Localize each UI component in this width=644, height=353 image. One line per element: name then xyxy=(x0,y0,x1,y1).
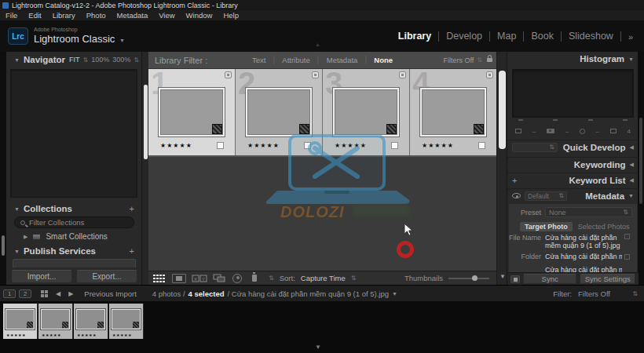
breadcrumb-dropdown-icon[interactable]: ▼ xyxy=(392,291,397,297)
autosync-switch-icon[interactable] xyxy=(510,275,520,283)
filmstrip-filter-dropdown[interactable]: Filters Off ⇅ xyxy=(578,289,638,298)
saved-preset-dropdown[interactable]: ⇅ xyxy=(512,143,558,152)
filters-state-label[interactable]: Filters Off xyxy=(443,56,474,64)
painter-tool-icon[interactable] xyxy=(252,275,257,282)
filter-lock-icon[interactable] xyxy=(487,58,492,62)
photo-thumbnail[interactable] xyxy=(333,88,399,136)
loupe-view-icon[interactable] xyxy=(172,274,186,283)
sort-direction-icon[interactable]: ⇅ xyxy=(269,275,274,282)
compare-view-icon[interactable]: XY xyxy=(192,274,207,283)
forward-arrow-icon[interactable]: ▶ xyxy=(68,290,73,297)
navigator-header[interactable]: ▼ Navigator FIT ⇅ 100% 300% ⇅ xyxy=(6,52,142,67)
photo-badge-icon[interactable] xyxy=(212,124,222,134)
left-panel-scrollbar[interactable] xyxy=(144,85,148,159)
filmstrip-thumb-3[interactable]: ★★★★★ xyxy=(74,304,108,339)
expand-triangle-icon[interactable]: ▶ xyxy=(24,234,27,240)
zoom-fit[interactable]: FIT xyxy=(69,56,80,64)
filter-tab-none[interactable]: None xyxy=(366,56,401,64)
sort-dropdown-icon[interactable]: ⇅ xyxy=(351,275,357,282)
module-develop[interactable]: Develop xyxy=(439,31,490,42)
menu-window[interactable]: Window xyxy=(181,11,218,20)
publish-service-item-clipped[interactable] xyxy=(13,259,136,267)
eye-icon[interactable] xyxy=(512,193,521,198)
export-button[interactable]: Export... xyxy=(76,270,137,283)
tab-target-photo[interactable]: Target Photo xyxy=(520,222,573,231)
photo-thumbnail[interactable] xyxy=(41,309,70,329)
star-rating[interactable]: ★★★★★ xyxy=(335,142,367,149)
add-keyword-icon[interactable]: + xyxy=(512,176,517,185)
grid-view-icon[interactable] xyxy=(152,274,166,283)
filter-state-control[interactable]: Filters Off ⇅ xyxy=(443,56,496,64)
photo-badge-icon[interactable] xyxy=(474,124,484,134)
filter-tab-text[interactable]: Text xyxy=(244,56,274,64)
metadata-status-icon[interactable] xyxy=(304,142,311,149)
zoom-ratio-toggle-icon[interactable]: ⇅ xyxy=(134,56,139,64)
photo-thumbnail[interactable] xyxy=(76,309,105,329)
expand-left-icon[interactable]: ◀ xyxy=(630,162,634,168)
expand-left-icon[interactable]: ◀ xyxy=(630,144,634,151)
publish-services-header[interactable]: ▼ Publish Services + xyxy=(6,245,142,257)
folder-value[interactable]: Cửa hàng cài đặt phần mềm .. xyxy=(545,253,622,260)
left-panel-edge[interactable] xyxy=(0,52,6,285)
metadata-status-icon[interactable] xyxy=(478,142,485,149)
filmstrip-source[interactable]: Previous Import xyxy=(84,289,137,298)
photo-thumbnail[interactable] xyxy=(112,309,141,329)
import-button[interactable]: Import... xyxy=(11,270,72,283)
metadata-status-icon[interactable] xyxy=(217,142,224,149)
right-panel-edge[interactable] xyxy=(638,52,644,285)
collapse-triangle-icon[interactable]: ▼ xyxy=(14,206,20,212)
navigator-preview[interactable] xyxy=(10,69,137,198)
filmstrip-filter-dropdown-icon[interactable]: ⇅ xyxy=(632,290,638,297)
filmstrip-thumb-1[interactable]: ★★★★★ xyxy=(3,304,38,339)
photo-thumbnail[interactable] xyxy=(246,88,312,136)
left-panel-toggle[interactable] xyxy=(2,235,5,256)
filter-tab-metadata[interactable]: Metadata xyxy=(319,56,367,64)
edit-field-icon[interactable] xyxy=(624,234,630,239)
collapse-triangle-icon[interactable]: ▼ xyxy=(14,249,20,254)
sort-criteria-dropdown[interactable]: Capture Time xyxy=(301,274,346,282)
star-rating[interactable]: ★★★★★ xyxy=(422,142,454,149)
menu-edit[interactable]: Edit xyxy=(23,11,46,20)
thumbnail-size-slider[interactable] xyxy=(448,278,489,279)
module-map[interactable]: Map xyxy=(490,31,524,42)
collapse-triangle-icon[interactable]: ▼ xyxy=(628,56,634,62)
histogram-header[interactable]: Histogram ▼ xyxy=(507,52,639,66)
photo-thumbnail[interactable] xyxy=(420,88,486,136)
keywording-header[interactable]: Keywording ◀ xyxy=(507,157,639,171)
cell-corner-icon[interactable] xyxy=(399,71,406,78)
grid-cell-4[interactable]: 4 ★★★★★ xyxy=(410,69,496,155)
filter-collections-input[interactable]: Filter Collections xyxy=(14,217,134,228)
module-slideshow[interactable]: Slideshow xyxy=(562,31,621,42)
expand-left-icon[interactable]: ◀ xyxy=(630,177,634,184)
metadata-view-dropdown[interactable]: Default ⇅ xyxy=(525,191,567,201)
add-publish-service-icon[interactable]: + xyxy=(130,246,134,256)
menu-metadata[interactable]: Metadata xyxy=(112,11,154,20)
photo-badge-icon[interactable] xyxy=(299,124,309,134)
add-collection-icon[interactable]: + xyxy=(130,204,134,213)
collapse-triangle-icon[interactable]: ▼ xyxy=(14,57,20,63)
filter-tab-attribute[interactable]: Attribute xyxy=(274,56,318,64)
go-to-grid-icon[interactable] xyxy=(41,290,48,297)
main-window-button[interactable]: 1 xyxy=(3,289,16,298)
top-panel-toggle-icon[interactable]: ▲ xyxy=(315,42,320,47)
sync-settings-button[interactable]: Sync Settings xyxy=(580,274,635,284)
menu-view[interactable]: View xyxy=(153,11,180,20)
zoom-100[interactable]: 100% xyxy=(91,56,109,64)
photo-thumbnail[interactable] xyxy=(159,88,225,136)
menu-library[interactable]: Library xyxy=(47,11,81,20)
grid-cell-2[interactable]: 2 ★★★★★ xyxy=(236,69,323,155)
collapse-triangle-icon[interactable]: ▼ xyxy=(628,193,634,198)
sidebar-item-smart-collections[interactable]: ▶ Smart Collections xyxy=(6,231,142,242)
right-panel-toggle[interactable] xyxy=(639,118,642,204)
filmstrip-breadcrumb[interactable]: 4 photos / 4 selected / Cửa hàng cài đặt… xyxy=(152,289,397,298)
cell-corner-icon[interactable] xyxy=(225,71,232,78)
star-rating[interactable]: ★★★★★ xyxy=(160,142,192,149)
sync-button[interactable]: Sync xyxy=(523,274,577,284)
people-view-icon[interactable] xyxy=(232,274,242,283)
preset-dropdown-icon[interactable]: ⇅ xyxy=(623,209,628,216)
menu-file[interactable]: File xyxy=(0,11,23,20)
survey-view-icon[interactable] xyxy=(213,274,227,283)
toolbar-chevron-icon[interactable]: ▼ xyxy=(499,273,506,280)
collections-header[interactable]: ▼ Collections + xyxy=(6,202,142,215)
identity-dropdown-icon[interactable]: ▼ xyxy=(119,38,125,43)
